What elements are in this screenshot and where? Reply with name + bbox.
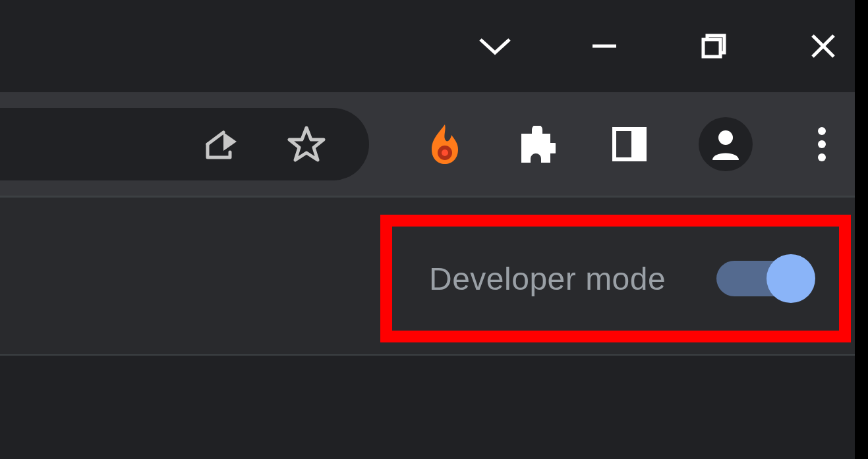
developer-mode-highlight: Developer mode: [380, 215, 851, 342]
bookmark-button[interactable]: [283, 121, 330, 167]
omnibox[interactable]: [0, 108, 369, 180]
svg-point-11: [818, 140, 826, 148]
developer-mode-label: Developer mode: [429, 261, 666, 297]
svg-rect-1: [703, 40, 720, 57]
toolbar-actions: [369, 117, 868, 171]
star-icon: [287, 125, 326, 163]
window-titlebar: [0, 0, 868, 92]
browser-toolbar: [0, 92, 868, 196]
flame-icon: [426, 123, 463, 165]
svg-point-12: [818, 153, 826, 161]
minimize-button[interactable]: [586, 28, 623, 65]
pinned-extension-button[interactable]: [422, 121, 468, 167]
extensions-button[interactable]: [514, 121, 560, 167]
person-icon: [709, 127, 743, 161]
maximize-button[interactable]: [695, 28, 732, 65]
puzzle-icon: [519, 126, 556, 163]
close-icon: [807, 30, 839, 62]
svg-point-6: [442, 149, 448, 156]
svg-point-10: [818, 127, 826, 135]
search-tabs-button[interactable]: [477, 28, 513, 65]
window-right-frame: [855, 0, 868, 459]
chevron-down-icon: [478, 36, 512, 57]
page-body: [0, 356, 868, 459]
svg-marker-4: [289, 128, 324, 160]
svg-point-9: [718, 130, 733, 145]
share-icon: [201, 124, 241, 164]
panel-icon: [612, 126, 647, 162]
kebab-icon: [817, 126, 826, 162]
profile-button[interactable]: [699, 117, 753, 171]
svg-rect-8: [631, 129, 645, 159]
chrome-menu-button[interactable]: [799, 121, 845, 167]
share-button[interactable]: [198, 121, 244, 167]
side-panel-button[interactable]: [606, 121, 652, 167]
toggle-thumb: [767, 254, 815, 303]
developer-mode-toggle[interactable]: [716, 261, 809, 296]
close-button[interactable]: [805, 28, 842, 65]
extensions-page-header: Developer mode: [0, 196, 868, 356]
minimize-icon: [589, 30, 620, 62]
maximize-icon: [698, 30, 730, 62]
